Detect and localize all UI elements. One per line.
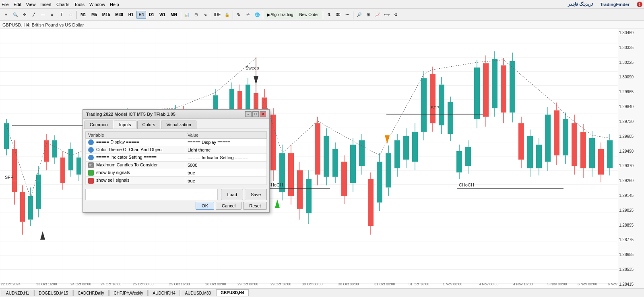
zoom-in-btn[interactable]: 🔍	[11, 10, 20, 19]
tf-m15[interactable]: M15	[100, 11, 112, 19]
menu-window[interactable]: Window	[89, 2, 105, 7]
col-value: Value	[185, 132, 266, 139]
ok-button[interactable]: OK	[196, 202, 214, 210]
row-variable: ===== Indicator Setting =====	[86, 154, 185, 162]
table-row: ===== Display ===== ===== Display =====	[86, 139, 267, 146]
tabs-bar: AUDNZD,H1 DOGEUSD,M15 CADCHF,Daily CHFJP…	[0, 288, 644, 297]
menu-edit[interactable]: Edit	[14, 2, 21, 7]
row-value[interactable]: 5000	[185, 162, 266, 169]
row-value[interactable]: Light theme	[185, 146, 266, 154]
menu-tools[interactable]: Tools	[74, 2, 85, 7]
channel-btn[interactable]: ≡	[48, 10, 57, 19]
sync-btn[interactable]: ⇌	[244, 10, 252, 19]
scale-btn[interactable]: ⟺	[382, 10, 391, 19]
row-variable: ===== Display =====	[86, 139, 185, 146]
tab-chfjpy[interactable]: CHFJPY,Weekly	[109, 290, 148, 296]
row-value[interactable]: ===== Indicator Setting =====	[185, 154, 266, 162]
settings-btn[interactable]: ⚙	[392, 10, 400, 19]
menu-charts[interactable]: Charts	[56, 2, 69, 7]
tab-audusd[interactable]: AUDUSD,M30	[181, 290, 215, 296]
tab-inputs[interactable]: Inputs	[114, 121, 136, 129]
tf-m5[interactable]: M5	[89, 11, 99, 19]
tf-h4[interactable]: H4	[136, 11, 147, 19]
save-button[interactable]: Save	[245, 189, 267, 200]
menu-file[interactable]: File	[2, 2, 9, 7]
row-variable: show buy signals	[86, 169, 185, 177]
tab-colors[interactable]: Colors	[137, 121, 161, 129]
tf-m1[interactable]: M1	[78, 11, 89, 19]
zoom-out-btn[interactable]: 🔎	[355, 10, 363, 19]
grid-btn[interactable]: ⊞	[364, 10, 373, 19]
menu-view[interactable]: View	[26, 2, 36, 7]
tab-gbpusd[interactable]: GBPUSD,H4	[216, 289, 248, 296]
algo-trading-btn[interactable]: ▶ Algo Trading	[264, 10, 296, 19]
menu-help[interactable]: Help	[110, 2, 119, 7]
tab-visualization[interactable]: Visualization	[161, 121, 196, 129]
tab-common[interactable]: Common	[85, 121, 113, 129]
text-btn[interactable]: T	[57, 10, 66, 19]
line-chart-btn[interactable]: ∿	[201, 10, 210, 19]
close-button[interactable]: ✕	[260, 111, 266, 117]
price-level: 1.28895	[619, 223, 643, 227]
tab-dogeusd[interactable]: DOGEUSD,M15	[34, 290, 72, 296]
sep2	[181, 11, 181, 19]
minimize-button[interactable]: −	[245, 111, 252, 117]
row-icon	[88, 170, 94, 176]
row-variable: show sell signals	[86, 177, 185, 184]
notification-badge[interactable]: 1	[637, 2, 642, 7]
tf-d1[interactable]: D1	[147, 11, 157, 19]
dialog-titlebar[interactable]: Trading 2022 Model ICT MT5 By TFlab 1.05…	[83, 110, 269, 119]
tf-h1[interactable]: H1	[126, 11, 136, 19]
row-value[interactable]: true	[185, 177, 266, 184]
row-value[interactable]: ===== Display =====	[185, 139, 266, 146]
price-level: 1.29730	[619, 119, 643, 124]
price-level: 1.29605	[619, 134, 643, 139]
preset-input[interactable]	[85, 189, 218, 200]
col-variable: Variable	[86, 132, 185, 139]
main-area: CHoCH SFP Sweep CHoCH SFP CHoCH 22 Oct 2…	[0, 29, 644, 288]
candlestick-btn[interactable]: 📊	[182, 10, 191, 19]
shapes-btn[interactable]: □	[66, 10, 75, 19]
logo-arabic: تریدینگ فایندر	[568, 2, 593, 7]
tab-cadchf[interactable]: CADCHF,Daily	[73, 290, 109, 296]
depth-btn[interactable]: ⇅	[324, 10, 333, 19]
trade-levels-btn[interactable]: 00	[334, 10, 343, 19]
tf-w1[interactable]: W1	[157, 11, 168, 19]
row-value[interactable]: true	[185, 169, 266, 177]
cancel-button[interactable]: Cancel	[216, 202, 242, 210]
sep5	[263, 11, 263, 19]
menu-bar: File Edit View Insert Charts Tools Windo…	[0, 0, 644, 9]
tab-audnzd[interactable]: AUDNZD,H1	[2, 290, 33, 296]
price-level: 1.28655	[619, 252, 643, 257]
restore-button[interactable]: □	[252, 111, 259, 117]
tf-m30[interactable]: M30	[113, 11, 125, 19]
price-scale: 1.30450 1.30335 1.30225 1.30090 1.29965 …	[618, 29, 644, 288]
wave-btn[interactable]: 〜	[343, 10, 352, 19]
new-order-btn[interactable]: New Order	[297, 10, 322, 19]
vol-btn[interactable]: 📈	[373, 10, 382, 19]
globe-btn[interactable]: 🌐	[253, 10, 262, 19]
menu-insert[interactable]: Insert	[40, 2, 52, 7]
load-save-area: Load Save	[83, 187, 269, 202]
sep3	[211, 11, 211, 19]
lock-btn[interactable]: 🔒	[223, 10, 231, 19]
table-row: Color Theme Of Chart And Object Light th…	[86, 146, 267, 154]
load-button[interactable]: Load	[221, 189, 243, 200]
reset-button[interactable]: Reset	[243, 202, 267, 210]
crosshair-btn[interactable]: ✛	[20, 10, 29, 19]
algo-label: Algo Trading	[270, 12, 293, 17]
refresh-btn[interactable]: ↻	[234, 10, 243, 19]
symbol-info: GBPUSD, H4: British Pound vs US Dollar	[2, 23, 84, 27]
table-row: show sell signals true	[86, 177, 267, 184]
tab-audchf[interactable]: AUDCHF,H4	[149, 290, 180, 296]
chart-area[interactable]: CHoCH SFP Sweep CHoCH SFP CHoCH 22 Oct 2…	[0, 29, 618, 288]
new-chart-btn[interactable]: +	[2, 10, 10, 19]
hline-btn[interactable]: —	[39, 10, 47, 19]
dialog-title-text: Trading 2022 Model ICT MT5 By TFlab 1.05	[86, 112, 175, 117]
tf-mn[interactable]: MN	[168, 11, 180, 19]
ide-btn[interactable]: IDE	[213, 10, 223, 19]
bar-btn[interactable]: ⊟	[192, 10, 200, 19]
line-btn[interactable]: ╱	[29, 10, 38, 19]
row-variable-text: show sell signals	[96, 178, 130, 182]
row-variable: 01 Maximum Candles To Consider	[86, 162, 185, 169]
